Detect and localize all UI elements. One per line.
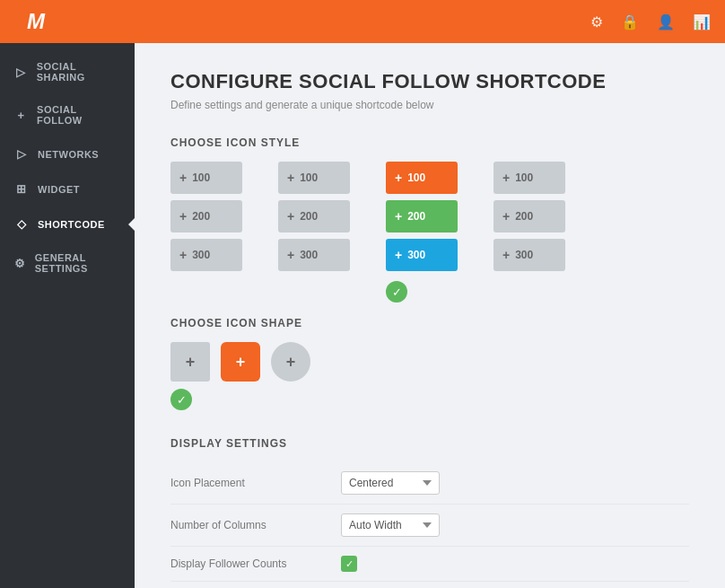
sidebar-label: GENERAL SETTINGS xyxy=(35,252,120,274)
icon-col-2: + 100 + 200 + 300 xyxy=(278,162,350,303)
sidebar-item-social-sharing[interactable]: ▷ SOCIAL SHARING xyxy=(0,50,135,93)
arrow-icon: ▷ xyxy=(14,147,29,161)
grid-icon: ⊞ xyxy=(14,182,29,196)
sidebar-label: SOCIAL FOLLOW xyxy=(37,104,120,126)
icon-col3-checkmark: ✓ xyxy=(386,281,407,303)
icon-placement-select[interactable]: Centered Left Right xyxy=(341,471,440,495)
users-icon[interactable]: 👤 xyxy=(657,13,675,31)
logo: M xyxy=(27,9,45,34)
plus-icon: + xyxy=(14,109,28,122)
page-subtitle: Define settings and generate a unique sh… xyxy=(170,99,689,111)
shape-checkmark: ✓ xyxy=(170,389,192,410)
chart-icon[interactable]: 📊 xyxy=(693,13,711,31)
shape-circle-button[interactable]: + xyxy=(271,342,310,382)
display-settings-label: DISPLAY SETTINGS xyxy=(170,437,689,450)
setting-value-columns: Auto Width 1 2 3 4 xyxy=(341,513,689,537)
sidebar-label: WIDGET xyxy=(38,184,80,195)
main-content: CONFIGURE SOCIAL FOLLOW SHORTCODE Define… xyxy=(135,43,725,588)
shape-square-button[interactable]: + xyxy=(170,342,210,382)
icon-btn-col1-200[interactable]: + 200 xyxy=(170,200,242,233)
arrow-icon: ▷ xyxy=(14,66,28,79)
settings-icon: ⚙ xyxy=(14,257,26,270)
icon-shape-section: CHOOSE ICON SHAPE + + + ✓ xyxy=(170,317,689,410)
app-body: ▷ SOCIAL SHARING + SOCIAL FOLLOW ▷ NETWO… xyxy=(0,43,725,588)
setting-value-follower-counts: ✓ xyxy=(341,556,689,572)
sidebar-label: NETWORKS xyxy=(38,149,99,160)
icon-btn-col4-100[interactable]: + 100 xyxy=(494,162,565,194)
icon-btn-col2-100[interactable]: + 100 xyxy=(278,162,350,194)
setting-row-icon-placement: Icon Placement Centered Left Right xyxy=(170,462,689,505)
setting-label-columns: Number of Columns xyxy=(170,519,323,531)
icon-btn-col2-300[interactable]: + 300 xyxy=(278,239,350,271)
lock-icon[interactable]: 🔒 xyxy=(621,13,639,31)
sidebar-item-general-settings[interactable]: ⚙ GENERAL SETTINGS xyxy=(0,241,135,285)
icon-btn-col4-300[interactable]: + 300 xyxy=(494,239,565,271)
sidebar-item-networks[interactable]: ▷ NETWORKS xyxy=(0,136,135,171)
sidebar-item-social-follow[interactable]: + SOCIAL FOLLOW xyxy=(0,93,135,136)
header-icons: ⚙ 🔒 👤 📊 xyxy=(590,13,711,31)
diamond-icon: ◇ xyxy=(14,217,29,231)
logo-box: M xyxy=(14,0,57,43)
sidebar-item-widget[interactable]: ⊞ WIDGET xyxy=(0,171,135,206)
setting-value-icon-placement: Centered Left Right xyxy=(341,471,689,495)
icon-btn-col2-200[interactable]: + 200 xyxy=(278,200,350,233)
shape-rounded-button[interactable]: + xyxy=(221,342,260,382)
icon-col-3-selected: + 100 + 200 + 300 ✓ xyxy=(386,162,458,303)
columns-select[interactable]: Auto Width 1 2 3 4 xyxy=(341,513,440,537)
shape-row: + + + xyxy=(170,342,689,382)
icon-style-grid: + 100 + 200 + 300 + 100 + 200 + 300 + 10… xyxy=(170,162,689,303)
icon-btn-col1-100[interactable]: + 100 xyxy=(170,162,242,194)
icon-style-section-label: CHOOSE ICON STYLE xyxy=(170,136,689,149)
sidebar-label: SHORTCODE xyxy=(38,219,105,230)
setting-label-follower-counts: Display Follower Counts xyxy=(170,557,323,570)
page-title: CONFIGURE SOCIAL FOLLOW SHORTCODE xyxy=(170,70,689,93)
follower-counts-check[interactable]: ✓ xyxy=(341,556,357,572)
setting-label-icon-placement: Icon Placement xyxy=(170,477,323,489)
icon-btn-col4-200[interactable]: + 200 xyxy=(494,200,565,233)
sidebar-label: SOCIAL SHARING xyxy=(37,61,120,83)
top-header: M ⚙ 🔒 👤 📊 xyxy=(0,0,725,43)
sidebar: ▷ SOCIAL SHARING + SOCIAL FOLLOW ▷ NETWO… xyxy=(0,43,135,588)
setting-row-follower-counts: Display Follower Counts ✓ xyxy=(170,547,689,582)
icon-btn-col3-200[interactable]: + 200 xyxy=(386,200,458,233)
sidebar-item-shortcode[interactable]: ◇ SHORTCODE xyxy=(0,206,135,241)
icon-btn-col3-100[interactable]: + 100 xyxy=(386,162,458,194)
setting-row-min-count: Minimum Count Display i xyxy=(170,582,689,588)
icon-btn-col1-300[interactable]: + 300 xyxy=(170,239,242,271)
icon-col-4: + 100 + 200 + 300 xyxy=(494,162,565,303)
display-settings: DISPLAY SETTINGS Icon Placement Centered… xyxy=(170,437,689,588)
setting-row-columns: Number of Columns Auto Width 1 2 3 4 xyxy=(170,505,689,547)
icon-shape-label: CHOOSE ICON SHAPE xyxy=(170,317,689,329)
icon-btn-col3-300[interactable]: + 300 xyxy=(386,239,458,271)
gear-icon[interactable]: ⚙ xyxy=(590,13,603,31)
icon-col-1: + 100 + 200 + 300 xyxy=(170,162,242,303)
